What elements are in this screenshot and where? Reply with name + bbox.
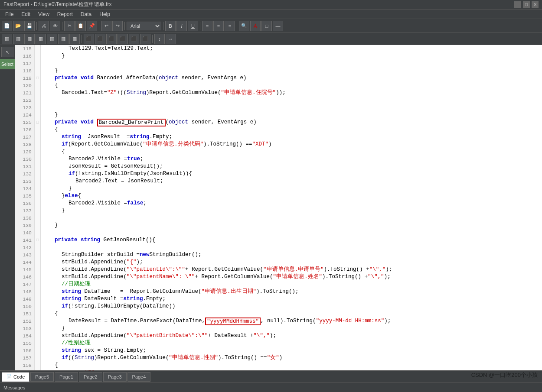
toolbar2-btn7[interactable]: ▦ xyxy=(69,34,80,44)
tab-code[interactable]: 📄 Code xyxy=(2,372,29,382)
separator-5 xyxy=(163,22,163,30)
line-121: Barcode1.Text="Z"+((String)Report.GetCol… xyxy=(42,89,540,97)
line-149: string DateResult = string.Empty; xyxy=(42,295,540,303)
menu-report[interactable]: Report xyxy=(54,10,76,18)
toolbar2-btn6[interactable]: ▦ xyxy=(58,34,69,44)
menu-help[interactable]: Help xyxy=(96,10,114,18)
menu-data[interactable]: Data xyxy=(77,10,95,18)
line-129: { xyxy=(42,148,540,156)
new-button[interactable]: 📄 xyxy=(2,21,12,31)
italic-button[interactable]: I xyxy=(176,21,187,31)
toolbar2-btn8[interactable]: ⬛ xyxy=(84,34,94,44)
toolbar2-btn4[interactable]: ▦ xyxy=(36,34,46,44)
separator-1 xyxy=(36,22,37,30)
main-area: ↖ Select 115 116 117 118 119 120 121 122… xyxy=(0,45,542,370)
code-editor[interactable]: 115 116 117 118 119 120 121 122 123 124 … xyxy=(15,45,542,370)
close-button[interactable]: ✕ xyxy=(532,1,539,8)
toolbar2-btn10[interactable]: ⬛ xyxy=(106,34,117,44)
line-144: strBuild.AppendLine("{"); xyxy=(42,259,540,266)
line-151: { xyxy=(42,310,540,317)
menu-view[interactable]: View xyxy=(35,10,53,18)
maximize-button[interactable]: □ xyxy=(523,1,530,8)
line-button[interactable]: — xyxy=(273,21,283,31)
collapse-119[interactable]: □ xyxy=(35,75,40,82)
ln-141: 141 xyxy=(15,236,34,244)
copy-button[interactable]: 📋 xyxy=(75,21,86,31)
font-selector[interactable]: Arial xyxy=(127,22,161,30)
save-button[interactable]: 💾 xyxy=(24,21,35,31)
line-140 xyxy=(42,229,540,236)
toolbar2-align1[interactable]: ↕ xyxy=(154,34,165,44)
tab-page1-label: Page1 xyxy=(59,374,73,379)
preview-button[interactable]: 👁 xyxy=(50,21,60,31)
collapse-gutter: □ □ xyxy=(35,45,41,370)
toolbar2-btn9[interactable]: ⬛ xyxy=(95,34,105,44)
ln-139: 139 xyxy=(15,222,34,229)
line-119: private void Barcode1_AfterData( object … xyxy=(42,75,540,82)
tab-code-label: Code xyxy=(13,374,25,379)
border-button[interactable]: □ xyxy=(261,21,272,31)
tab-page1[interactable]: Page1 xyxy=(55,372,78,382)
align-right-button[interactable]: ≡ xyxy=(225,21,235,31)
line-153: } xyxy=(42,325,540,332)
ln-120: 120 xyxy=(15,82,34,89)
ln-154: 154 xyxy=(15,332,34,340)
ln-145: 145 xyxy=(15,266,34,273)
line-136: Barcode2.Visible = false; xyxy=(42,200,540,207)
menu-edit[interactable]: Edit xyxy=(18,10,34,18)
zoom-button[interactable]: 🔍 xyxy=(239,21,249,31)
align-center-button[interactable]: ≡ xyxy=(213,21,224,31)
line-131: JsonResult = GetJsonResult(); xyxy=(42,163,540,170)
open-button[interactable]: 📂 xyxy=(13,21,23,31)
line-numbers: 115 116 117 118 119 120 121 122 123 124 … xyxy=(15,45,35,370)
toolbar2-btn5[interactable]: ▦ xyxy=(47,34,57,44)
ln-126: 126 xyxy=(15,126,34,133)
ln-159: 159 xyxy=(15,369,34,370)
line-155: //性别处理 xyxy=(42,340,540,347)
line-115: TextI29.Text=TextI29.Text; xyxy=(42,45,540,52)
toolbar2-align2[interactable]: ↔ xyxy=(166,34,176,44)
code-content[interactable]: TextI29.Text=TextI29.Text; } } private v… xyxy=(41,45,542,370)
ln-119: 119 xyxy=(15,75,34,82)
print-button[interactable]: 🖨 xyxy=(39,21,49,31)
ln-134: 134 xyxy=(15,185,34,192)
line-138 xyxy=(42,214,540,222)
line-146: strBuild.AppendLine("\"patientName\": \"… xyxy=(42,273,540,281)
tab-page3[interactable]: Page3 xyxy=(103,372,127,382)
color-button[interactable]: A xyxy=(250,21,261,31)
tab-page4[interactable]: Page4 xyxy=(127,372,151,382)
tab-page5[interactable]: Page5 xyxy=(30,372,54,382)
ln-149: 149 xyxy=(15,295,34,303)
line-157: if ((String)Report.GetColumnValue("申请单信息… xyxy=(42,354,540,362)
toolbar-1: 📄 📂 💾 🖨 👁 ✂ 📋 📌 ↩ ↪ Arial B I U ≡ ≡ ≡ 🔍 … xyxy=(0,19,542,33)
toolbar2-btn3[interactable]: ▦ xyxy=(24,34,35,44)
ln-129: 129 xyxy=(15,148,34,156)
collapse-125[interactable]: □ xyxy=(35,119,40,126)
arrow-tool[interactable]: ↖ xyxy=(1,47,13,57)
menu-file[interactable]: File xyxy=(2,10,17,18)
tab-page2[interactable]: Page2 xyxy=(79,372,102,382)
toolbar2-btn2[interactable]: ▦ xyxy=(13,34,23,44)
ln-121: 121 xyxy=(15,89,34,97)
paste-button[interactable]: 📌 xyxy=(87,21,97,31)
minimize-button[interactable]: — xyxy=(514,1,521,8)
align-left-button[interactable]: ≡ xyxy=(202,21,212,31)
bold-button[interactable]: B xyxy=(165,21,176,31)
ln-157: 157 xyxy=(15,354,34,362)
line-148: string DataTime = Report.GetColumnValue(… xyxy=(42,288,540,295)
line-143: StringBuilder strBuild = new StringBuild… xyxy=(42,251,540,259)
separator-t2 xyxy=(82,35,82,43)
line-125: private void Barcode2_BeforePrint ( obje… xyxy=(42,119,540,126)
toolbar2-btn12[interactable]: ⬛ xyxy=(129,34,139,44)
toolbar2-btn11[interactable]: ⬛ xyxy=(118,34,128,44)
collapse-141[interactable]: □ xyxy=(35,236,40,244)
ln-150: 150 xyxy=(15,303,34,310)
redo-button[interactable]: ↪ xyxy=(112,21,123,31)
cut-button[interactable]: ✂ xyxy=(64,21,75,31)
undo-button[interactable]: ↩ xyxy=(101,21,111,31)
toolbar-2: ▦ ▦ ▦ ▦ ▦ ▦ ▦ ⬛ ⬛ ⬛ ⬛ ⬛ ⬛ ↕ ↔ xyxy=(0,33,542,45)
toolbar2-btn13[interactable]: ⬛ xyxy=(140,34,150,44)
messages-bar: Messages xyxy=(0,382,542,392)
underline-button[interactable]: U xyxy=(188,21,198,31)
toolbar2-btn1[interactable]: ▦ xyxy=(2,34,12,44)
